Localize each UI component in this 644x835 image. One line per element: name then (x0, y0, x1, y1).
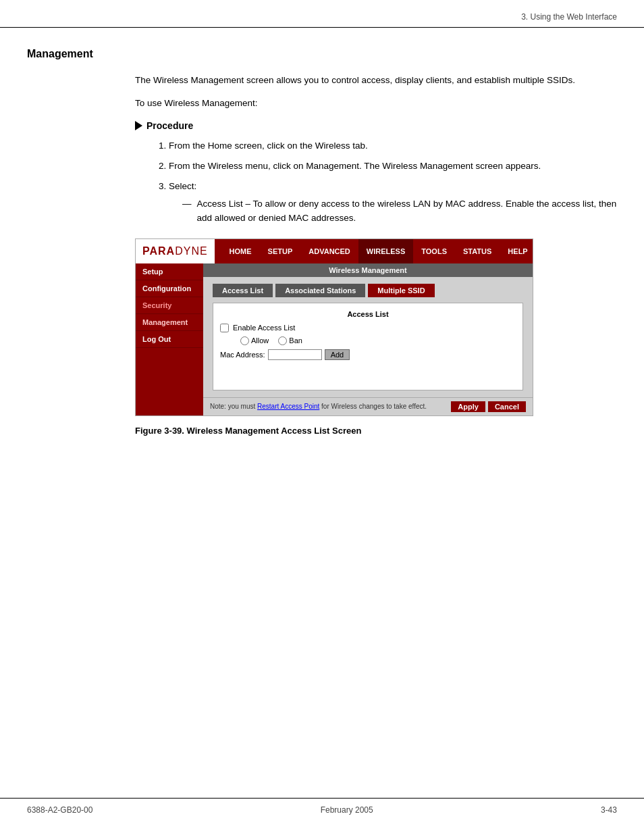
router-content: Wireless Management Access List Associat… (203, 263, 533, 415)
section-title: Management (27, 48, 617, 60)
panel-title: Access List (220, 310, 516, 318)
nav-status[interactable]: STATUS (455, 239, 500, 263)
router-body: Setup Configuration Security Management … (136, 263, 533, 415)
enable-access-list-row: Enable Access List (220, 324, 516, 332)
radio-group: Allow Ban (240, 336, 302, 345)
nav-home[interactable]: HOME (221, 239, 260, 263)
footer-buttons: Apply Cancel (451, 401, 526, 412)
intro-para-2: To use Wireless Management: (135, 97, 617, 110)
footer-note: Note: you must Restart Access Point for … (210, 403, 427, 410)
step-2: From the Wireless menu, click on Managem… (169, 159, 617, 173)
sub-item-text: Access List – To allow or deny access to… (197, 197, 618, 225)
screenshot-container: PARADYNE HOME SETUP ADVANCED WIRELESS TO… (135, 238, 533, 416)
footer-bar: Note: you must Restart Access Point for … (203, 397, 533, 415)
sidebar-setup[interactable]: Setup (136, 263, 203, 280)
nav-advanced[interactable]: ADVANCED (300, 239, 358, 263)
main-content: Management The Wireless Management scree… (0, 28, 644, 476)
sidebar-security[interactable]: Security (136, 297, 203, 314)
triangle-icon (135, 121, 142, 130)
content-title: Wireless Management (203, 263, 533, 277)
nav-wireless[interactable]: WIRELESS (358, 239, 413, 263)
breadcrumb: 3. Using the Web Interface (521, 12, 617, 22)
sidebar-management[interactable]: Management (136, 314, 203, 331)
ban-radio-label: Ban (278, 336, 302, 345)
step-1: From the Home screen, click on the Wirel… (169, 139, 617, 153)
procedure-header: Procedure (135, 120, 617, 131)
page-footer: 6388-A2-GB20-00 February 2005 3-43 (0, 798, 644, 815)
tab-associated-stations[interactable]: Associated Stations (275, 284, 365, 297)
page-header: 3. Using the Web Interface (0, 0, 644, 28)
nav-items: HOME SETUP ADVANCED WIRELESS TOOLS STATU… (221, 239, 536, 263)
router-ui: PARADYNE HOME SETUP ADVANCED WIRELESS TO… (136, 239, 533, 415)
tab-access-list[interactable]: Access List (213, 284, 273, 297)
sidebar-logout[interactable]: Log Out (136, 331, 203, 348)
intro-para-1: The Wireless Management screen allows yo… (135, 74, 617, 87)
footer-center: February 2005 (321, 805, 373, 815)
cancel-button[interactable]: Cancel (488, 401, 526, 412)
procedure-label: Procedure (146, 120, 193, 131)
mac-address-row: Mac Address: Add (220, 349, 516, 360)
mac-label: Mac Address: (220, 351, 265, 359)
enable-access-list-checkbox[interactable] (220, 324, 229, 332)
footer-note-prefix: Note: you must (210, 403, 257, 410)
mac-input[interactable] (268, 349, 322, 360)
access-list-panel: Access List Enable Access List Allow (213, 303, 523, 390)
em-dash: — (176, 197, 192, 225)
sidebar-configuration[interactable]: Configuration (136, 280, 203, 297)
nav-setup[interactable]: SETUP (260, 239, 301, 263)
nav-tools[interactable]: TOOLS (413, 239, 455, 263)
footer-note-suffix: for Wireless changes to take effect. (319, 403, 427, 410)
tab-multiple-ssid[interactable]: Multiple SSID (368, 284, 434, 297)
router-logo: PARADYNE (136, 239, 215, 263)
figure-caption: Figure 3-39. Wireless Management Access … (135, 426, 617, 436)
tab-row: Access List Associated Stations Multiple… (213, 284, 523, 297)
add-button[interactable]: Add (325, 349, 350, 360)
ban-label-text: Ban (289, 336, 302, 345)
allow-label-text: Allow (251, 336, 269, 345)
router-sidebar: Setup Configuration Security Management … (136, 263, 203, 415)
enable-label: Enable Access List (233, 324, 295, 332)
apply-button[interactable]: Apply (451, 401, 485, 412)
step-3: Select: — Access List – To allow or deny… (169, 180, 617, 225)
footer-right: 3-43 (601, 805, 617, 815)
nav-help[interactable]: HELP (500, 239, 535, 263)
allow-radio-label: Allow (240, 336, 269, 345)
steps-container: From the Home screen, click on the Wirel… (155, 139, 617, 225)
sub-item-1: — Access List – To allow or deny access … (176, 197, 617, 225)
logo-part2: DYNE (175, 245, 207, 257)
footer-link[interactable]: Restart Access Point (257, 403, 319, 410)
allow-radio[interactable] (240, 336, 249, 345)
content-body: Access List Associated Stations Multiple… (203, 277, 533, 397)
ban-radio[interactable] (278, 336, 287, 345)
footer-left: 6388-A2-GB20-00 (27, 805, 92, 815)
allow-ban-row: Allow Ban (220, 336, 516, 345)
router-nav: PARADYNE HOME SETUP ADVANCED WIRELESS TO… (136, 239, 533, 263)
logo-part1: PARA (142, 245, 175, 257)
